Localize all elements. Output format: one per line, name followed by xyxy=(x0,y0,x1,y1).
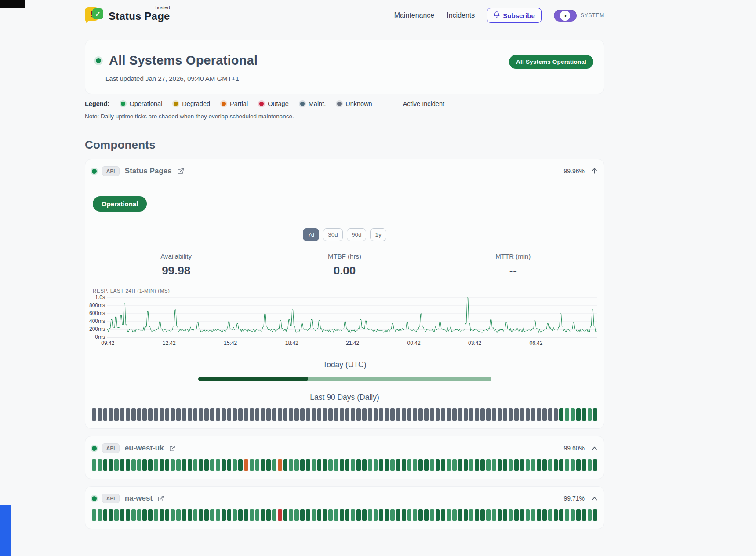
uptime-day-tick-operational[interactable] xyxy=(559,408,563,421)
uptime-day-tick-operational[interactable] xyxy=(458,459,462,471)
uptime-day-tick-maintenance[interactable] xyxy=(233,408,237,421)
uptime-day-tick-maintenance[interactable] xyxy=(458,408,462,421)
uptime-day-tick-maintenance[interactable] xyxy=(430,408,434,421)
uptime-day-tick-maintenance[interactable] xyxy=(374,408,378,421)
uptime-day-tick-operational[interactable] xyxy=(92,459,96,471)
uptime-day-tick-maintenance[interactable] xyxy=(255,408,260,421)
uptime-day-tick-operational[interactable] xyxy=(266,509,271,521)
uptime-day-tick-maintenance[interactable] xyxy=(334,408,338,421)
uptime-day-tick-maintenance[interactable] xyxy=(154,408,158,421)
uptime-day-tick-operational[interactable] xyxy=(340,509,344,521)
uptime-day-tick-operational[interactable] xyxy=(227,459,232,471)
uptime-day-tick-operational[interactable] xyxy=(588,408,592,421)
uptime-day-tick-maintenance[interactable] xyxy=(452,408,457,421)
expand-chevron-icon[interactable] xyxy=(592,497,597,501)
uptime-day-tick-operational[interactable] xyxy=(576,509,581,521)
uptime-day-tick-operational[interactable] xyxy=(238,459,243,471)
uptime-day-tick-operational[interactable] xyxy=(509,509,513,521)
uptime-day-tick-maintenance[interactable] xyxy=(137,408,142,421)
uptime-day-tick-operational[interactable] xyxy=(452,509,457,521)
uptime-day-tick-maintenance[interactable] xyxy=(390,408,395,421)
uptime-day-tick-maintenance[interactable] xyxy=(537,408,541,421)
uptime-day-tick-operational[interactable] xyxy=(469,509,473,521)
uptime-day-tick-operational[interactable] xyxy=(103,459,108,471)
uptime-day-tick-maintenance[interactable] xyxy=(323,408,327,421)
range-button-7d[interactable]: 7d xyxy=(303,228,319,241)
uptime-day-tick-maintenance[interactable] xyxy=(160,408,164,421)
uptime-day-tick-operational[interactable] xyxy=(582,408,586,421)
uptime-day-tick-operational[interactable] xyxy=(300,459,305,471)
uptime-day-tick-operational[interactable] xyxy=(374,509,378,521)
uptime-day-tick-operational[interactable] xyxy=(576,408,581,421)
uptime-day-tick-operational[interactable] xyxy=(142,459,147,471)
uptime-day-tick-operational[interactable] xyxy=(582,459,586,471)
uptime-day-tick-operational[interactable] xyxy=(165,509,170,521)
uptime-day-tick-operational[interactable] xyxy=(120,509,124,521)
uptime-day-tick-operational[interactable] xyxy=(289,459,293,471)
uptime-day-tick-operational[interactable] xyxy=(576,459,581,471)
uptime-day-tick-maintenance[interactable] xyxy=(503,408,507,421)
uptime-day-tick-operational[interactable] xyxy=(559,509,563,521)
uptime-day-tick-operational[interactable] xyxy=(458,509,462,521)
uptime-day-tick-operational[interactable] xyxy=(537,459,541,471)
uptime-day-tick-operational[interactable] xyxy=(362,459,367,471)
uptime-day-tick-operational[interactable] xyxy=(312,459,316,471)
uptime-day-tick-operational[interactable] xyxy=(396,509,400,521)
uptime-day-tick-maintenance[interactable] xyxy=(109,408,113,421)
uptime-day-tick-maintenance[interactable] xyxy=(407,408,412,421)
uptime-day-tick-operational[interactable] xyxy=(526,509,530,521)
uptime-day-tick-operational[interactable] xyxy=(114,509,119,521)
uptime-day-tick-maintenance[interactable] xyxy=(114,408,119,421)
range-button-1y[interactable]: 1y xyxy=(370,228,386,241)
uptime-day-tick-operational[interactable] xyxy=(356,509,361,521)
uptime-day-tick-operational[interactable] xyxy=(199,509,203,521)
uptime-day-tick-maintenance[interactable] xyxy=(306,408,310,421)
uptime-day-tick-maintenance[interactable] xyxy=(356,408,361,421)
uptime-day-tick-operational[interactable] xyxy=(475,509,479,521)
uptime-day-tick-operational[interactable] xyxy=(98,509,102,521)
uptime-day-tick-operational[interactable] xyxy=(537,509,541,521)
uptime-day-tick-operational[interactable] xyxy=(176,509,181,521)
uptime-day-tick-operational[interactable] xyxy=(317,509,322,521)
uptime-day-tick-operational[interactable] xyxy=(340,459,344,471)
uptime-day-tick-operational[interactable] xyxy=(390,459,395,471)
uptime-day-tick-operational[interactable] xyxy=(272,459,276,471)
uptime-day-tick-operational[interactable] xyxy=(222,509,226,521)
uptime-day-tick-maintenance[interactable] xyxy=(526,408,530,421)
uptime-day-tick-operational[interactable] xyxy=(480,509,485,521)
range-button-90d[interactable]: 90d xyxy=(347,228,367,241)
uptime-day-tick-operational[interactable] xyxy=(514,509,519,521)
uptime-day-tick-outage[interactable] xyxy=(278,509,282,521)
uptime-day-tick-maintenance[interactable] xyxy=(402,408,406,421)
uptime-day-tick-operational[interactable] xyxy=(588,509,592,521)
uptime-day-tick-maintenance[interactable] xyxy=(300,408,305,421)
uptime-day-tick-operational[interactable] xyxy=(498,509,502,521)
uptime-day-tick-operational[interactable] xyxy=(334,509,338,521)
uptime-day-tick-maintenance[interactable] xyxy=(103,408,108,421)
uptime-day-tick-operational[interactable] xyxy=(188,509,192,521)
uptime-day-tick-operational[interactable] xyxy=(216,459,220,471)
uptime-day-tick-operational[interactable] xyxy=(559,459,563,471)
uptime-day-tick-operational[interactable] xyxy=(351,459,355,471)
uptime-day-tick-operational[interactable] xyxy=(182,509,186,521)
uptime-day-tick-maintenance[interactable] xyxy=(498,408,502,421)
uptime-day-tick-maintenance[interactable] xyxy=(193,408,198,421)
uptime-day-tick-operational[interactable] xyxy=(554,509,558,521)
uptime-day-tick-operational[interactable] xyxy=(294,459,299,471)
uptime-day-tick-operational[interactable] xyxy=(160,509,164,521)
uptime-day-tick-maintenance[interactable] xyxy=(396,408,400,421)
uptime-day-tick-operational[interactable] xyxy=(199,459,203,471)
uptime-day-tick-operational[interactable] xyxy=(317,459,322,471)
uptime-day-tick-operational[interactable] xyxy=(137,509,142,521)
uptime-day-tick-maintenance[interactable] xyxy=(345,408,350,421)
uptime-day-tick-maintenance[interactable] xyxy=(266,408,271,421)
nav-maintenance[interactable]: Maintenance xyxy=(394,11,435,19)
uptime-day-tick-operational[interactable] xyxy=(571,509,575,521)
uptime-day-tick-operational[interactable] xyxy=(131,459,136,471)
uptime-day-tick-operational[interactable] xyxy=(345,459,350,471)
uptime-day-tick-maintenance[interactable] xyxy=(418,408,423,421)
uptime-day-tick-operational[interactable] xyxy=(548,509,552,521)
uptime-day-tick-operational[interactable] xyxy=(464,509,468,521)
uptime-day-tick-maintenance[interactable] xyxy=(210,408,214,421)
uptime-day-tick-operational[interactable] xyxy=(148,459,153,471)
